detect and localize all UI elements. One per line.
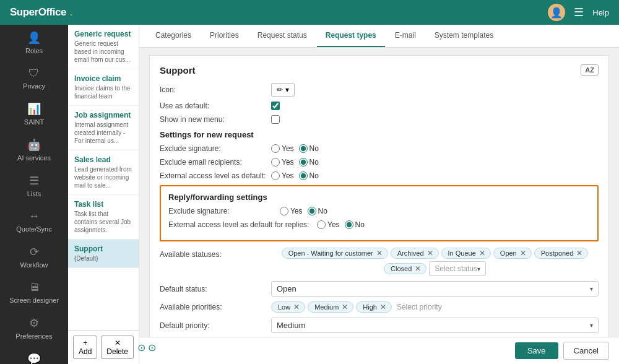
cancel-button[interactable]: Cancel <box>563 342 609 360</box>
tab-email[interactable]: E-mail <box>386 25 425 47</box>
show-new-menu-checkbox[interactable] <box>271 115 280 124</box>
reply-exclude-sig-no-radio[interactable] <box>308 207 316 215</box>
exclude-sig-yes-option[interactable]: Yes <box>271 144 294 153</box>
available-priorities-value: Low ✕ Medium ✕ High ✕ Select pr <box>271 301 599 313</box>
sidebar-item-screen[interactable]: 🖥 Screen designer <box>0 275 68 310</box>
settings-title: Settings for new request <box>160 130 599 139</box>
reply-external-no-option[interactable]: No <box>345 220 365 229</box>
icon-row: Icon: ✏ ▾ <box>160 83 599 97</box>
reply-exclude-sig-row: Exclude signature: Yes No <box>168 207 590 215</box>
reply-exclude-sig-no-option[interactable]: No <box>308 207 327 215</box>
user-avatar[interactable]: 👤 <box>548 4 565 21</box>
tag-close-open[interactable]: ✕ <box>520 249 526 257</box>
sidebar-item-lists[interactable]: ☰ Lists <box>0 168 68 204</box>
select-status-dropdown[interactable]: Select status ▾ <box>429 261 486 276</box>
sidebar-item-roles[interactable]: 👤 Roles <box>0 25 68 61</box>
az-badge[interactable]: AZ <box>581 64 599 76</box>
chat-icon: 💬 <box>27 352 41 364</box>
scroll-up-button[interactable]: ⊙ <box>148 336 156 359</box>
nav-arrows: ⊙ ⊙ <box>137 336 156 359</box>
external-access-yes-radio[interactable] <box>271 171 280 180</box>
exclude-email-no-option[interactable]: No <box>299 158 319 167</box>
sidebar-item-prefs[interactable]: ⚙ Preferences <box>0 310 68 346</box>
no-label-2: No <box>310 158 319 167</box>
default-status-dropdown[interactable]: Open ▾ <box>271 281 599 297</box>
request-list-panel: Generic request Generic request based in… <box>68 25 139 364</box>
add-button[interactable]: + Add <box>73 336 97 359</box>
tag-label: Open - Waiting for customer <box>288 249 373 257</box>
status-tags-row1: Open - Waiting for customer ✕ Archived ✕… <box>282 248 589 259</box>
delete-button[interactable]: ✕ Delete <box>101 336 134 359</box>
screen-icon: 🖥 <box>28 281 40 294</box>
list-item-task[interactable]: Task list Task list that contains severa… <box>68 195 139 240</box>
reply-exclude-sig-yes-option[interactable]: Yes <box>280 207 303 215</box>
sidebar-item-chat[interactable]: 💬 Chat <box>0 346 68 364</box>
exclude-email-yes-radio[interactable] <box>271 158 280 167</box>
no-label-3: No <box>310 171 319 180</box>
tag-close-open-waiting[interactable]: ✕ <box>376 249 383 257</box>
reply-external-yes-radio[interactable] <box>317 220 326 229</box>
sidebar-item-workflow[interactable]: ⟳ Workflow <box>0 239 68 275</box>
sidebar-item-privacy[interactable]: 🛡 Privacy <box>0 61 68 96</box>
reply-external-yes-option[interactable]: Yes <box>317 220 340 229</box>
save-button[interactable]: Save <box>515 342 558 359</box>
exclude-sig-no-radio[interactable] <box>299 144 308 153</box>
tab-priorities[interactable]: Priorities <box>201 25 248 47</box>
tag-close-inqueue[interactable]: ✕ <box>479 249 485 257</box>
use-default-checkbox[interactable] <box>271 102 280 110</box>
tag-label-open: Open <box>500 249 517 257</box>
reply-external-label: External access level as default for rep… <box>168 220 317 229</box>
status-dropdown-arrow-icon: ▾ <box>477 266 480 272</box>
default-priority-row: Default priority: Medium ▾ <box>160 318 599 333</box>
form-title: Support <box>160 65 196 76</box>
list-item-sales[interactable]: Sales lead Lead generated from website o… <box>68 150 139 195</box>
tag-close-archived[interactable]: ✕ <box>427 249 433 257</box>
icon-picker-button[interactable]: ✏ ▾ <box>271 83 295 97</box>
status-tag-archived: Archived ✕ <box>391 248 439 259</box>
list-item-job[interactable]: Job assignment Internal assignment creat… <box>68 106 139 150</box>
status-tag-postponed: Postponed ✕ <box>534 248 589 259</box>
sidebar-item-saint[interactable]: 📊 SAINT <box>0 96 68 132</box>
sidebar-item-quotesync[interactable]: ↔ Quote/Sync <box>0 204 68 239</box>
tab-system-templates[interactable]: System templates <box>426 25 502 47</box>
external-access-no-option[interactable]: No <box>299 171 319 180</box>
item-desc-task: Task list that contains several Job assi… <box>74 210 132 234</box>
exclude-email-no-radio[interactable] <box>299 158 308 167</box>
reply-external-row: External access level as default for rep… <box>168 220 590 229</box>
tag-close-closed[interactable]: ✕ <box>415 265 421 272</box>
priority-close-medium[interactable]: ✕ <box>342 303 348 311</box>
external-access-yes-option[interactable]: Yes <box>271 171 294 180</box>
exclude-email-yes-option[interactable]: Yes <box>271 158 294 167</box>
exclude-sig-yes-radio[interactable] <box>271 144 280 153</box>
tag-label-postponed: Postponed <box>541 249 574 257</box>
default-status-label: Default status: <box>160 285 271 293</box>
exclude-sig-no-option[interactable]: No <box>299 144 319 153</box>
reply-exclude-sig-yes-radio[interactable] <box>280 207 288 215</box>
quotesync-icon: ↔ <box>28 210 40 223</box>
status-tag-open: Open ✕ <box>493 248 532 259</box>
sidebar-label-workflow: Workflow <box>20 261 48 269</box>
list-item-support[interactable]: Support (Default) <box>68 240 139 268</box>
list-item-generic[interactable]: Generic request Generic request based in… <box>68 25 139 69</box>
exclude-email-row: Exclude email recipients: Yes No <box>160 158 599 167</box>
priority-close-low[interactable]: ✕ <box>293 303 300 311</box>
reply-external-no-radio[interactable] <box>345 220 353 229</box>
tab-categories[interactable]: Categories <box>147 25 200 47</box>
pencil-icon: ✏ <box>277 85 283 94</box>
tag-close-postponed[interactable]: ✕ <box>576 249 582 257</box>
sidebar-item-ai[interactable]: 🤖 AI services <box>0 132 68 168</box>
help-button[interactable]: Help <box>592 8 609 17</box>
tab-request-types[interactable]: Request types <box>317 25 385 47</box>
list-item-invoice[interactable]: Invoice claim Invoice claims to the fina… <box>68 69 139 106</box>
menu-icon[interactable]: ☰ <box>574 6 584 19</box>
external-access-no-radio[interactable] <box>299 171 308 180</box>
default-priority-dropdown[interactable]: Medium ▾ <box>271 318 599 333</box>
scroll-down-button[interactable]: ⊙ <box>137 336 145 359</box>
no-label-5: No <box>355 220 365 229</box>
priority-close-high[interactable]: ✕ <box>380 303 386 311</box>
tab-request-status[interactable]: Request status <box>249 25 316 47</box>
status-tag-open-waiting: Open - Waiting for customer ✕ <box>282 248 388 259</box>
reply-section: Reply/forwarding settings Exclude signat… <box>160 185 599 241</box>
available-statuses-label: Available statuses: <box>160 248 271 259</box>
available-priorities-label: Available priorities: <box>160 303 271 311</box>
